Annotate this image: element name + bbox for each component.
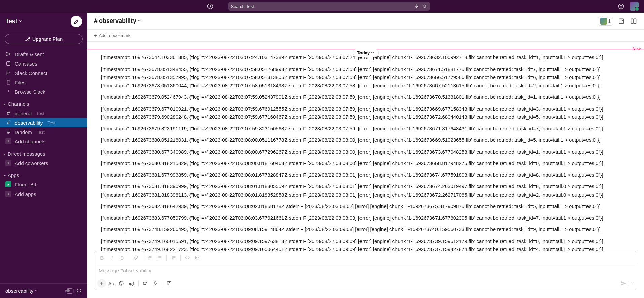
footer-channel-switcher[interactable]: observability ﹀ <box>5 288 38 294</box>
channel-header: # observability ﹀ 1 <box>87 13 644 30</box>
search-placeholder: Search Test <box>231 4 414 9</box>
headphones-icon[interactable] <box>76 288 82 294</box>
channel-label: random <box>15 129 32 135</box>
huddle-toggle[interactable] <box>65 288 74 294</box>
log-line: ["timestamp": 1692673680.051218031, {"lo… <box>87 136 644 144</box>
upgrade-plan-button[interactable]: Upgrade Plan <box>5 34 83 44</box>
add-channels-button[interactable]: + Add channels <box>0 137 87 146</box>
add-bookmark-button[interactable]: + Add a bookmark <box>94 33 130 38</box>
add-coworkers-button[interactable]: + Add coworkers <box>0 158 87 168</box>
workspace-header: Test ﹀ <box>0 13 87 30</box>
add-apps-button[interactable]: + Add apps <box>0 189 87 199</box>
channel-item-general[interactable]: #generalTest <box>0 109 87 118</box>
new-messages-marker: New <box>633 47 641 51</box>
split-icon <box>630 18 637 25</box>
svg-point-18 <box>158 256 158 256</box>
caret-down-icon: ▾ <box>4 102 6 106</box>
top-bar: Search Test <box>0 0 644 13</box>
channel-item-observability[interactable]: #observabilityTest <box>0 118 87 127</box>
channel-item-random[interactable]: #randomTest <box>0 127 87 137</box>
attach-button[interactable]: + <box>97 279 106 288</box>
svg-point-1 <box>416 5 416 5</box>
apps-section-header[interactable]: ▾ Apps <box>0 170 87 180</box>
log-line: ["timestamp": 1692673680.818215829, {"lo… <box>87 159 644 168</box>
user-avatar[interactable] <box>630 2 639 11</box>
help-button[interactable] <box>618 3 624 10</box>
code-button[interactable] <box>183 253 192 262</box>
compose-button[interactable] <box>71 16 82 27</box>
canvas-icon <box>5 60 11 67</box>
building-icon <box>5 70 11 76</box>
svg-point-10 <box>8 90 9 91</box>
log-line: ["timestamp": 1692673748.159266495, {"lo… <box>87 225 644 234</box>
send-icon <box>620 280 627 287</box>
channel-settings-button[interactable] <box>630 17 637 25</box>
dm-section-label: Direct messages <box>8 151 45 157</box>
sidebar-item-drafts-sent[interactable]: Drafts & sent <box>0 49 87 59</box>
video-button[interactable] <box>141 279 150 288</box>
search-icon[interactable] <box>422 4 427 9</box>
canvas-button[interactable] <box>618 17 625 25</box>
sidebar-item-label: Drafts & sent <box>15 51 44 57</box>
clock-icon <box>207 3 214 10</box>
log-line: ["timestamp": 1692673678.051360044, {"lo… <box>87 82 644 90</box>
svg-rect-17 <box>634 19 636 23</box>
app-item-fluent-bit[interactable]: ▸Fluent Bit <box>0 180 87 189</box>
chevron-down-icon: ﹀ <box>138 19 141 24</box>
date-divider[interactable]: Today﹀ <box>353 49 379 57</box>
sidebar-item-canvases[interactable]: Canvases <box>0 59 87 68</box>
log-line: ["timestamp": 1692673679.677010921, {"lo… <box>87 105 644 113</box>
chevron-down-icon: ﹀ <box>35 289 38 293</box>
chevron-down-icon: ﹀ <box>631 281 634 286</box>
footer-channel-name: observability <box>5 288 33 294</box>
channel-name-button[interactable]: # observability ﹀ <box>94 17 141 25</box>
log-line: ["timestamp": 1692673749.168221723, {"lo… <box>87 245 644 251</box>
app-label: Fluent Bit <box>15 182 36 187</box>
send-button[interactable]: | ﹀ <box>620 280 634 287</box>
svg-point-22 <box>119 281 123 285</box>
bullet-list-button[interactable] <box>155 253 164 262</box>
strike-button[interactable]: S <box>117 253 127 262</box>
search-input[interactable]: Search Test <box>228 2 430 11</box>
svg-rect-13 <box>77 291 78 293</box>
blockquote-button[interactable] <box>169 253 178 262</box>
workspace-switcher[interactable]: Test ﹀ <box>5 18 22 25</box>
workspace-name: Test <box>5 18 17 25</box>
app-icon: ▸ <box>5 181 11 187</box>
members-button[interactable]: 1 <box>598 17 613 26</box>
filter-icon[interactable] <box>414 4 419 9</box>
audio-button[interactable] <box>151 279 160 288</box>
composer-input[interactable]: Message #observability <box>94 264 637 277</box>
message-list[interactable]: New Today﹀["timestamp": 1692673644.10336… <box>87 42 644 251</box>
help-icon <box>618 3 624 10</box>
add-coworkers-label: Add coworkers <box>15 160 48 166</box>
mention-button[interactable]: @ <box>127 279 136 288</box>
ordered-list-button[interactable] <box>145 253 154 262</box>
svg-rect-15 <box>619 19 623 23</box>
ellipsis-v-icon <box>5 89 11 95</box>
hash-icon: # <box>5 120 11 126</box>
italic-button[interactable]: I <box>107 253 117 262</box>
sidebar-item-slack-connect[interactable]: Slack Connect <box>0 68 87 78</box>
channel-workspace-tag: Test <box>36 111 44 116</box>
sidebar-item-browse-slack[interactable]: Browse Slack <box>0 87 87 96</box>
channels-section-header[interactable]: ▾ Channels <box>0 99 87 109</box>
dm-section-header[interactable]: ▾ Direct messages <box>0 149 87 158</box>
codeblock-button[interactable] <box>193 253 202 262</box>
shortcuts-button[interactable] <box>164 279 174 288</box>
svg-rect-16 <box>631 19 634 23</box>
plus-icon: + <box>5 191 11 197</box>
formatting-toggle-button[interactable]: Aa <box>107 279 116 288</box>
date-label: Today <box>357 50 370 55</box>
message-composer[interactable]: B I S <box>94 251 637 290</box>
bold-button[interactable]: B <box>97 253 107 262</box>
sidebar-item-files[interactable]: Files <box>0 78 87 87</box>
formatting-toolbar: B I S <box>94 251 637 264</box>
composer-actions: + Aa @ <box>94 277 637 290</box>
log-line: ["timestamp": 1692673680.677340989, {"lo… <box>87 148 644 156</box>
link-button[interactable] <box>131 253 141 262</box>
history-button[interactable] <box>206 2 214 10</box>
member-avatar <box>600 18 607 25</box>
chevron-down-icon: ﹀ <box>371 51 374 55</box>
emoji-button[interactable] <box>117 279 126 288</box>
